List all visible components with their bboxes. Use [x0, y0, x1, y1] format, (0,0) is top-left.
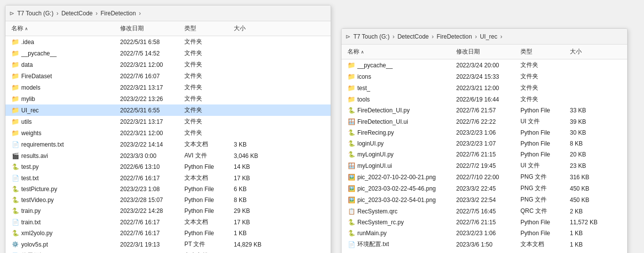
col-date-left[interactable]: 修改日期 — [118, 23, 182, 34]
file-name-cell: tools — [345, 95, 454, 104]
folder-icon — [347, 84, 355, 92]
png-icon — [347, 173, 355, 181]
file-size-cell — [232, 42, 271, 43]
table-row[interactable]: utils2022/3/21 13:17文件夹 — [5, 116, 331, 127]
file-date-cell: 2023/3/2 22:54 — [454, 196, 518, 204]
file-type-cell: Python File — [518, 151, 568, 158]
file-date-cell: 2023/2/23 1:08 — [118, 185, 182, 193]
file-name-cell: icons — [345, 72, 454, 81]
file-date-cell: 2022/7/6 16:17 — [118, 229, 182, 237]
table-row[interactable]: __pycache__2022/7/5 14:52文件夹 — [5, 48, 331, 59]
table-row[interactable]: requirements.txt2023/2/22 14:14文本文档3 KB — [5, 139, 331, 150]
breadcrumb-detectcode-right[interactable]: DetectCode — [397, 33, 429, 40]
file-size-cell: 3,046 KB — [232, 152, 271, 160]
file-name-cell: models — [9, 83, 118, 92]
file-type-cell: Python File — [182, 185, 232, 193]
col-type-left[interactable]: 类型 — [182, 23, 232, 34]
file-date-cell: 2022/7/6 16:17 — [118, 218, 182, 226]
file-size-cell — [232, 76, 271, 77]
table-row[interactable]: FireDataset2022/7/6 16:07文件夹 — [5, 70, 331, 82]
table-row[interactable]: pic_2022-07-10-22-00-21.png2022/7/10 22:… — [342, 171, 627, 183]
ui-icon — [347, 162, 355, 170]
file-size-cell — [568, 76, 607, 77]
table-row[interactable]: test.py2022/6/6 13:10Python File14 KB — [5, 161, 331, 172]
sort-arrow-left: ∧ — [25, 26, 28, 31]
table-row[interactable]: RecSystem_rc.py2022/7/6 21:15Python File… — [342, 217, 627, 228]
left-title-bar: ⊳ T7 Touch (G:) › DetectCode › FireDetec… — [5, 5, 331, 21]
py-icon — [11, 196, 19, 204]
col-name-left[interactable]: 名称 ∧ — [9, 23, 118, 34]
col-name-right[interactable]: 名称 ∧ — [345, 47, 454, 57]
file-name-cell: pic_2023-03-02-22-54-01.png — [345, 196, 454, 204]
table-row[interactable]: icons2022/3/24 15:33文件夹 — [342, 71, 627, 82]
file-name-cell: RecSystem_rc.py — [345, 218, 454, 227]
file-name-cell: test.txt — [9, 174, 118, 183]
table-row[interactable]: runMain.py2023/2/23 1:06Python File1 KB — [342, 228, 627, 239]
file-type-cell: Python File — [182, 196, 232, 204]
breadcrumb-firedetection-right[interactable]: FireDetection — [437, 33, 472, 40]
table-row[interactable]: FireDetection_UI.py2022/7/6 21:57Python … — [342, 105, 627, 116]
file-date-cell: 2022/7/6 16:17 — [118, 174, 182, 182]
table-row[interactable]: FireDetection_UI.ui2022/7/6 22:22UI 文件39… — [342, 116, 627, 127]
breadcrumb-firedetection-left[interactable]: FireDetection — [101, 10, 136, 17]
file-type-cell: 文件夹 — [518, 60, 568, 70]
table-row[interactable]: FireRecing.py2023/2/23 1:06Python File30… — [342, 127, 627, 138]
file-name-cell: .idea — [9, 38, 118, 47]
file-type-cell: AVI 文件 — [182, 151, 232, 160]
file-type-cell: Python File — [182, 163, 232, 171]
file-date-cell: 2022/6/19 16:44 — [454, 96, 518, 103]
table-row[interactable]: train.txt2022/7/6 16:17文本文档17 KB — [5, 216, 331, 228]
table-row[interactable]: tools2022/6/19 16:44文件夹 — [342, 94, 627, 105]
table-row[interactable]: myLoginUI.ui2022/7/2 19:45UI 文件23 KB — [342, 160, 627, 171]
breadcrumb-drive-left[interactable]: T7 Touch (G:) — [17, 10, 53, 17]
file-date-cell: 2022/7/6 21:15 — [454, 218, 518, 226]
file-type-cell: Python File — [182, 207, 232, 215]
table-row[interactable]: models2022/3/21 13:17文件夹 — [5, 82, 331, 93]
table-row[interactable]: UI_rec2022/5/31 6:55文件夹 — [5, 104, 331, 116]
folder-icon — [347, 61, 355, 69]
table-row[interactable]: loginUI.py2023/2/23 1:07Python File8 KB — [342, 138, 627, 149]
breadcrumb-uirec-right[interactable]: UI_rec — [480, 33, 497, 40]
py-icon — [347, 151, 355, 158]
table-row[interactable]: myLoginUI.py2022/7/6 21:15Python File20 … — [342, 149, 627, 160]
table-row[interactable]: testVideo.py2023/2/28 15:07Python File8 … — [5, 195, 331, 205]
table-row[interactable]: pic_2023-03-02-22-45-46.png2023/3/2 22:4… — [342, 183, 627, 194]
table-row[interactable]: RecSystem.qrc2022/7/5 16:45QRC 文件2 KB — [342, 205, 627, 217]
col-type-right[interactable]: 类型 — [518, 47, 568, 57]
file-date-cell: 2023/2/22 14:14 — [118, 141, 182, 149]
table-row[interactable]: results.avi2023/3/3 0:00AVI 文件3,046 KB — [5, 150, 331, 161]
table-row[interactable]: data2022/3/21 12:00文件夹 — [5, 59, 331, 70]
table-row[interactable]: mylib2023/2/22 13:26文件夹 — [5, 93, 331, 104]
table-row[interactable]: 使用须知.txt2023/3/6 1:50文本文档1 KB — [5, 250, 331, 253]
col-date-right[interactable]: 修改日期 — [454, 47, 518, 57]
table-row[interactable]: xml2yolo.py2022/7/6 16:17Python File1 KB — [5, 228, 331, 239]
file-date-cell: 2022/7/5 16:45 — [454, 207, 518, 215]
col-size-right[interactable]: 大小 — [568, 47, 607, 57]
py-icon — [347, 218, 355, 226]
table-row[interactable]: train.py2023/2/22 14:28Python File29 KB — [5, 205, 331, 216]
table-row[interactable]: test_2022/3/21 12:00文件夹 — [342, 82, 627, 94]
table-row[interactable]: yolov5s.pt2022/3/1 19:13PT 文件14,829 KB — [5, 239, 331, 250]
file-type-cell: 文本文档 — [182, 217, 232, 227]
table-row[interactable]: test.txt2022/7/6 16:17文本文档17 KB — [5, 172, 331, 184]
file-type-cell: 文件夹 — [518, 83, 568, 93]
file-type-cell: 文件夹 — [182, 60, 232, 69]
file-type-cell: PNG 文件 — [518, 184, 568, 193]
file-name-cell: test.py — [9, 162, 118, 171]
table-row[interactable]: weights2022/3/21 12:00文件夹 — [5, 127, 331, 139]
file-size-cell: 2 KB — [568, 207, 607, 215]
table-row[interactable]: .idea2022/5/31 6:58文件夹 — [5, 36, 331, 48]
folder-icon — [11, 61, 19, 69]
breadcrumb-detectcode-left[interactable]: DetectCode — [61, 10, 92, 17]
file-date-cell: 2022/7/6 21:15 — [454, 151, 518, 158]
file-type-cell: Python File — [518, 218, 568, 226]
breadcrumb-drive-right[interactable]: T7 Touch (G:) — [353, 33, 389, 40]
col-size-left[interactable]: 大小 — [232, 23, 271, 34]
table-row[interactable]: __pycache__2022/3/24 20:00文件夹 — [342, 59, 627, 71]
file-type-cell: PNG 文件 — [518, 195, 568, 204]
file-type-cell: 文件夹 — [518, 72, 568, 81]
table-row[interactable]: pic_2023-03-02-22-54-01.png2023/3/2 22:5… — [342, 194, 627, 205]
table-row[interactable]: 环境配置.txt2023/3/6 1:50文本文档1 KB — [342, 239, 627, 250]
folder-icon — [11, 95, 19, 103]
table-row[interactable]: testPicture.py2023/2/23 1:08Python File6… — [5, 184, 331, 195]
